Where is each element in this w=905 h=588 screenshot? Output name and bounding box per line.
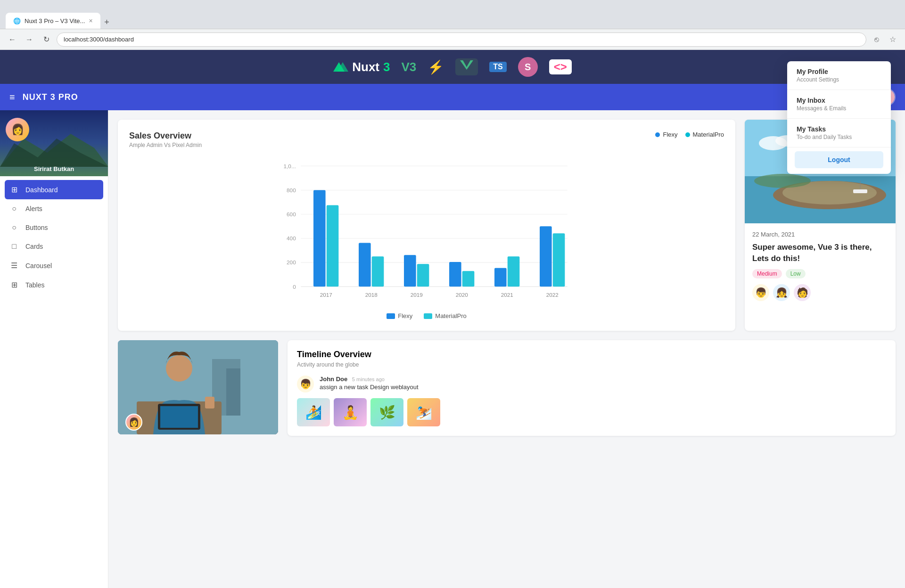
nuxt-icon [333, 60, 348, 74]
nuxt-version: 3 [383, 60, 390, 74]
svg-rect-19 [327, 205, 339, 287]
timeline-item: 👦 John Doe 5 minutes ago assign a new ta… [297, 376, 886, 392]
svg-rect-55 [205, 397, 214, 408]
svg-rect-18 [313, 190, 326, 287]
svg-point-40 [754, 174, 811, 188]
timeline-images: 🏄 🧘 🌿 ⛷️ [297, 398, 886, 426]
sidebar: 👩 Sirirat Butkan ⊞ Dashboard ○ Alerts ○ … [0, 110, 108, 588]
timeline-img-2: 🧘 [334, 398, 367, 426]
svg-text:800: 800 [287, 187, 296, 193]
browser-actions: ⎋ ☆ [870, 33, 899, 46]
dropdown-tasks-title: My Tasks [797, 125, 881, 133]
cards-icon: □ [9, 242, 19, 251]
new-tab-button[interactable]: + [100, 16, 114, 29]
flexy-dot [655, 132, 660, 137]
sidebar-item-tables[interactable]: ⊞ Tables [0, 275, 108, 294]
dashboard-icon: ⊞ [9, 185, 19, 194]
sidebar-item-carousel[interactable]: ☰ Carousel [0, 256, 108, 275]
nuxt-label: Nuxt [352, 60, 379, 74]
dropdown-item-inbox[interactable]: My Inbox Messages & Emails [787, 90, 891, 119]
svg-rect-50 [226, 368, 240, 416]
browser-chrome: 🌐 Nuxt 3 Pro – V3 Vite... × + [0, 0, 905, 29]
back-button[interactable]: ← [6, 33, 19, 46]
forward-button[interactable]: → [23, 33, 36, 46]
main-content: Sales Overview Ample Admin Vs Pixel Admi… [108, 110, 905, 588]
svg-text:2018: 2018 [365, 292, 378, 298]
vue-icon [455, 58, 478, 75]
flexy-legend-label: Flexy [398, 312, 412, 319]
browser-toolbar: ← → ↻ ⎋ ☆ [0, 29, 905, 50]
tag-low: Low [786, 269, 806, 278]
bottom-avatar: 👩 [125, 414, 142, 431]
sales-chart-title: Sales Overview [129, 131, 202, 141]
tab-close-icon[interactable]: × [89, 17, 92, 24]
materialpro-legend-label: MaterialPro [435, 312, 466, 319]
nuxt-logo: Nuxt 3 [333, 60, 390, 74]
svg-rect-25 [462, 271, 475, 286]
flexy-legend-rect [387, 313, 395, 319]
tab-favicon: 🌐 [13, 17, 21, 24]
sidebar-item-cards[interactable]: □ Cards [0, 237, 108, 256]
svg-rect-22 [404, 255, 416, 286]
tag-row: Medium Low [752, 269, 888, 278]
sidebar-item-dashboard[interactable]: ⊞ Dashboard [5, 180, 103, 199]
share-icon[interactable]: ⎋ [870, 33, 883, 46]
sidebar-item-label: Carousel [25, 262, 52, 270]
svg-text:400: 400 [287, 235, 296, 241]
legend-item-materialpro: MaterialPro [685, 131, 724, 138]
hamburger-button[interactable]: ≡ [9, 92, 15, 103]
panel-date: 22 March, 2021 [752, 231, 888, 238]
svg-rect-24 [449, 262, 461, 286]
svg-rect-27 [508, 256, 520, 286]
avatar-row: 👦 👧 🧑 [752, 284, 888, 301]
sidebar-item-label: Tables [25, 281, 44, 289]
legend-item-flexy: Flexy [655, 131, 677, 138]
panel-heading: Super awesome, Vue 3 is there, Lets do t… [752, 242, 888, 264]
vite-icon: ⚡ [428, 59, 444, 75]
avatar-2: 👧 [773, 284, 790, 301]
sidebar-item-buttons[interactable]: ○ Buttons [0, 218, 108, 237]
timeline-subtitle: Activity around the globe [297, 361, 886, 368]
svg-text:2021: 2021 [501, 292, 513, 298]
person-image: 👩 [118, 340, 278, 434]
bookmark-icon[interactable]: ☆ [886, 33, 899, 46]
refresh-button[interactable]: ↻ [40, 33, 53, 46]
sidebar-avatar: 👩 [6, 118, 29, 141]
sidebar-item-alerts[interactable]: ○ Alerts [0, 199, 108, 218]
timeline-content: John Doe 5 minutes ago assign a new task… [320, 376, 419, 391]
svg-text:2022: 2022 [546, 292, 559, 298]
dropdown-item-tasks[interactable]: My Tasks To-do and Daily Tasks [787, 119, 891, 147]
bar-chart-svg: 1,0... 800 600 400 200 0 [129, 156, 724, 307]
timeline-avatar: 👦 [297, 376, 314, 392]
timeline-text: John Doe 5 minutes ago assign a new task… [320, 376, 419, 391]
app-header: ≡ NUXT 3 PRO 👩 [0, 84, 905, 110]
app-body: 👩 Sirirat Butkan ⊞ Dashboard ○ Alerts ○ … [0, 110, 905, 588]
active-tab[interactable]: 🌐 Nuxt 3 Pro – V3 Vite... × [6, 13, 100, 29]
sidebar-item-label: Alerts [25, 205, 42, 212]
svg-point-52 [166, 355, 192, 382]
dropdown-tasks-sub: To-do and Daily Tasks [797, 134, 881, 140]
v3-logo: V3 [401, 60, 416, 74]
dropdown-item-profile[interactable]: My Profile Account Settings [787, 61, 891, 90]
svg-rect-26 [494, 268, 507, 286]
timeline-action: assign a new task Design weblayout [320, 384, 419, 391]
materialpro-dot [685, 132, 690, 137]
sales-chart-card: Sales Overview Ample Admin Vs Pixel Admi… [118, 120, 735, 331]
browser-tab-bar: 🌐 Nuxt 3 Pro – V3 Vite... × + [6, 0, 899, 29]
sidebar-item-label: Dashboard [25, 186, 58, 194]
tag-medium: Medium [752, 269, 782, 278]
tables-icon: ⊞ [9, 280, 19, 289]
timeline-time: 5 minutes ago [352, 376, 385, 382]
legend-flexy-bottom: Flexy [387, 312, 412, 319]
logout-button[interactable]: Logout [795, 151, 883, 168]
bottom-row: 👩 Timeline Overview Activity around the … [118, 340, 896, 436]
materialpro-label: MaterialPro [693, 131, 724, 138]
app-header-left: ≡ NUXT 3 PRO [9, 92, 78, 103]
address-bar[interactable] [57, 33, 866, 47]
legend-materialpro-bottom: MaterialPro [424, 312, 466, 319]
chart-legend: Flexy MaterialPro [655, 131, 724, 138]
svg-rect-28 [540, 226, 552, 286]
sidebar-nav: ⊞ Dashboard ○ Alerts ○ Buttons □ Cards ☰ [0, 176, 108, 588]
sidebar-background: 👩 Sirirat Butkan [0, 110, 108, 176]
ts-badge: TS [489, 62, 506, 72]
